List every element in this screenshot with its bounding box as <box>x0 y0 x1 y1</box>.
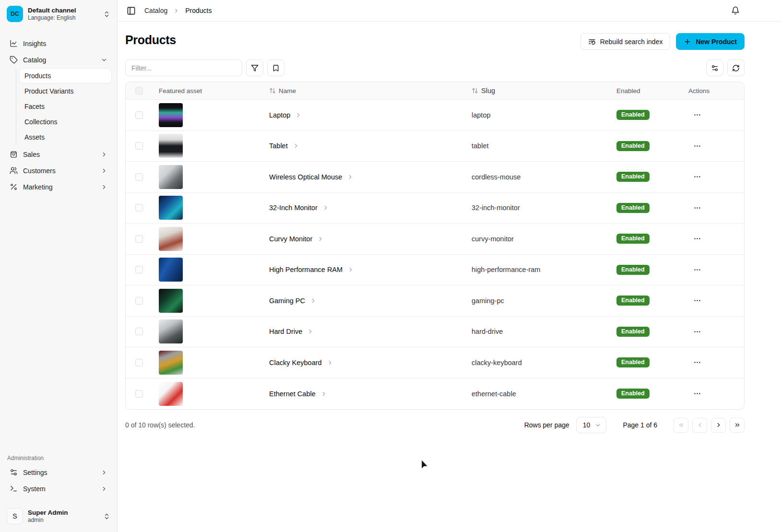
refresh-button[interactable] <box>727 59 745 76</box>
row-actions-button[interactable] <box>688 201 706 215</box>
filter-input[interactable] <box>125 59 242 76</box>
row-actions-button[interactable] <box>688 294 706 307</box>
product-name-link[interactable]: Hard Drive <box>269 328 302 335</box>
row-checkbox[interactable] <box>135 204 143 212</box>
product-name-link[interactable]: High Performance RAM <box>269 266 343 273</box>
next-page-button[interactable] <box>711 418 726 433</box>
sidebar-item-settings[interactable]: Settings <box>6 464 111 480</box>
row-checkbox[interactable] <box>135 390 143 398</box>
row-actions-button[interactable] <box>688 325 706 339</box>
row-actions-button[interactable] <box>688 170 706 184</box>
row-checkbox[interactable] <box>135 359 143 366</box>
sidebar-item-label: System <box>23 485 46 493</box>
sidebar-item-products[interactable]: Products <box>20 69 111 83</box>
chevron-right-icon[interactable] <box>295 112 302 118</box>
table-toolbar <box>125 59 745 76</box>
chevron-right-icon[interactable] <box>307 328 314 335</box>
chevron-right-icon[interactable] <box>347 266 354 273</box>
rows-per-page-label: Rows per page <box>524 421 569 429</box>
row-checkbox[interactable] <box>135 142 143 150</box>
product-thumbnail[interactable] <box>159 227 183 251</box>
row-checkbox-cell <box>126 173 153 181</box>
user-menu[interactable]: S Super Admin admin <box>6 507 111 525</box>
product-thumbnail[interactable] <box>159 196 183 220</box>
row-slug-cell: hard-drive <box>468 328 612 335</box>
row-actions-button[interactable] <box>688 232 706 246</box>
row-actions-button[interactable] <box>688 139 706 153</box>
product-thumbnail[interactable] <box>159 319 183 343</box>
last-page-button[interactable] <box>730 418 745 433</box>
chevron-right-icon[interactable] <box>320 390 327 397</box>
tag-icon <box>10 56 18 64</box>
product-thumbnail[interactable] <box>159 289 183 313</box>
new-product-button[interactable]: New Product <box>676 33 745 50</box>
row-actions-button[interactable] <box>688 355 706 369</box>
row-actions-button[interactable] <box>688 387 706 401</box>
chevron-right-icon[interactable] <box>347 174 354 180</box>
header-label: Slug <box>481 87 495 95</box>
chevron-right-icon[interactable] <box>317 236 324 242</box>
product-name-link[interactable]: Wireless Optical Mouse <box>269 173 342 181</box>
sidebar-item-assets[interactable]: Assets <box>20 130 111 144</box>
select-all-checkbox[interactable] <box>135 87 143 95</box>
plus-icon <box>684 38 691 46</box>
row-checkbox[interactable] <box>135 266 143 273</box>
notifications-button[interactable] <box>730 5 741 16</box>
product-thumbnail[interactable] <box>159 103 183 127</box>
row-checkbox[interactable] <box>135 297 143 305</box>
product-thumbnail[interactable] <box>159 258 183 282</box>
sidebar-toggle-button[interactable] <box>126 5 137 16</box>
table-row: 32-Inch Monitor 32-inch-monitor Enabled <box>126 193 744 224</box>
page-title: Products <box>125 33 176 47</box>
chevron-right-icon[interactable] <box>327 359 333 366</box>
rows-per-page-select[interactable]: 10 <box>576 417 607 433</box>
row-asset-cell <box>153 165 262 189</box>
row-actions-button[interactable] <box>688 263 706 277</box>
row-checkbox[interactable] <box>135 173 143 181</box>
row-actions-button[interactable] <box>688 108 706 122</box>
row-checkbox[interactable] <box>135 328 143 335</box>
product-name-link[interactable]: 32-Inch Monitor <box>269 204 318 212</box>
product-name-link[interactable]: Laptop <box>269 111 290 119</box>
first-page-button[interactable] <box>674 418 688 433</box>
saved-filters-button[interactable] <box>267 59 284 76</box>
previous-page-button[interactable] <box>692 418 707 433</box>
sort-icon <box>472 87 478 94</box>
sidebar-item-insights[interactable]: Insights <box>6 35 111 51</box>
row-actions-cell <box>682 108 744 122</box>
rebuild-search-index-button[interactable]: Rebuild search index <box>580 33 671 50</box>
header-name[interactable]: Name <box>262 87 468 95</box>
sidebar-item-facets[interactable]: Facets <box>20 99 111 114</box>
sidebar-item-product-variants[interactable]: Product Variants <box>20 84 111 98</box>
filter-button[interactable] <box>246 59 263 76</box>
product-thumbnail[interactable] <box>159 382 183 406</box>
sidebar-item-catalog[interactable]: Catalog <box>6 52 111 68</box>
chevron-right-icon <box>101 151 107 158</box>
sidebar-item-collections[interactable]: Collections <box>20 115 111 129</box>
product-name-link[interactable]: Tablet <box>269 142 288 150</box>
product-name-link[interactable]: Gaming PC <box>269 297 305 305</box>
status-badge: Enabled <box>616 389 650 399</box>
view-settings-button[interactable] <box>706 59 723 76</box>
product-name-link[interactable]: Curvy Monitor <box>269 235 312 243</box>
breadcrumb-catalog[interactable]: Catalog <box>144 7 167 14</box>
sidebar-item-marketing[interactable]: Marketing <box>6 179 111 195</box>
row-checkbox[interactable] <box>135 235 143 243</box>
channel-switcher[interactable]: DC Default channel Language: English <box>6 5 111 23</box>
sidebar-item-sales[interactable]: Sales <box>6 146 111 162</box>
product-thumbnail[interactable] <box>159 351 183 375</box>
sidebar-item-customers[interactable]: Customers <box>6 163 111 178</box>
row-asset-cell <box>153 289 262 313</box>
product-name-link[interactable]: Ethernet Cable <box>269 390 316 398</box>
product-thumbnail[interactable] <box>159 134 183 158</box>
header-slug[interactable]: Slug <box>468 87 612 95</box>
product-thumbnail[interactable] <box>159 165 183 189</box>
product-name-link[interactable]: Clacky Keyboard <box>269 359 322 366</box>
page-content: Products Rebuild search index New Produc… <box>118 22 781 438</box>
row-checkbox[interactable] <box>135 111 143 119</box>
sidebar-item-system[interactable]: System <box>6 481 111 497</box>
shopping-bag-icon <box>10 150 18 158</box>
chevron-right-icon[interactable] <box>293 142 299 149</box>
chevron-right-icon[interactable] <box>310 297 317 304</box>
chevron-right-icon[interactable] <box>322 204 329 211</box>
